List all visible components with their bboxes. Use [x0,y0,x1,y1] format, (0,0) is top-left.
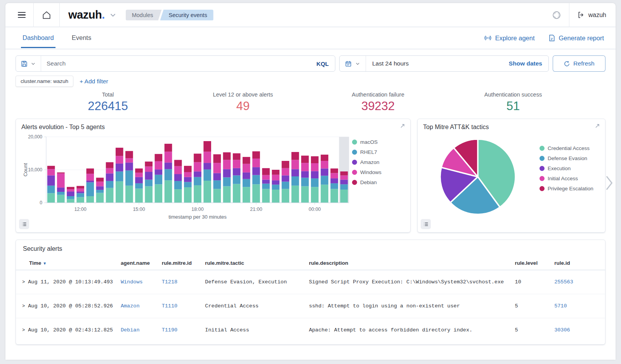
cell-rule-id[interactable]: 5710 [551,294,605,318]
cell-rule-level: 5 [512,318,552,342]
user-label: wazuh [588,12,606,19]
column-header-rule-description[interactable]: rule.description [306,256,512,270]
svg-text:21:00: 21:00 [250,207,262,212]
cell-rule-id-link[interactable]: 255563 [554,279,573,285]
tab-events[interactable]: Events [70,28,93,48]
search-input[interactable] [41,56,310,71]
column-header-rule-mitre-id[interactable]: rule.mitre.id [159,256,202,270]
add-filter-button[interactable]: + Add filter [80,78,108,85]
legend-item[interactable]: Defense Evasion [539,155,593,161]
app-window: wazuh. Modules Security events wazuh Das… [5,3,616,360]
cell-agent-name[interactable]: Amazon [118,294,159,318]
cell-rule-id[interactable]: 30306 [551,318,605,342]
legend-toggle-button[interactable] [19,219,29,229]
legend-item[interactable]: RHEL7 [352,149,382,155]
legend-item[interactable]: Privilege Escalation [539,186,593,191]
cell-agent-name[interactable]: Debian [118,318,159,342]
refresh-button[interactable]: Refresh [553,55,605,72]
table-header-row: Time▼ agent.name rule.mitre.id rule.mitr… [16,256,605,270]
svg-text:18:00: 18:00 [191,207,203,212]
stat-level12: Level 12 or above alerts 49 [175,91,310,113]
calendar-icon [345,60,352,67]
expand-icon[interactable] [594,123,600,129]
bar-chart-wrap: 010,00020,00012:0015:0018:0021:0000:00ti… [21,133,405,221]
logout-button[interactable]: wazuh [575,9,609,21]
cell-rule-level: 5 [512,294,552,318]
cell-rule-id-link[interactable]: 30306 [554,327,570,333]
filter-pill-cluster-name[interactable]: cluster.name: wazuh [16,76,73,87]
breadcrumb-modules[interactable]: Modules [126,10,162,21]
search-box: KQL [16,55,335,72]
table-row[interactable]: >Aug 10, 2020 @ 02:43:12.825DebianT1190I… [16,318,605,342]
tab-bar: Dashboard Events Explore agent Generate … [5,27,616,49]
cell-rule-level: 10 [512,270,552,294]
home-button[interactable] [39,8,54,22]
legend-item[interactable]: Execution [539,166,593,171]
show-dates-button[interactable]: Show dates [503,60,548,67]
expand-icon[interactable] [399,123,406,129]
legend-dot-icon [352,160,357,165]
cell-time: >Aug 10, 2020 @ 02:43:12.825 [16,318,118,342]
alerts-evolution-bar-chart[interactable]: 010,00020,00012:0015:0018:0021:0000:00ti… [21,133,352,221]
cell-rule-mitre-id-link[interactable]: T1110 [162,303,178,309]
cell-time: >Aug 11, 2020 @ 10:13:49.493 [16,270,118,294]
legend-item[interactable]: Windows [352,169,382,175]
health-ring-button[interactable] [550,8,564,22]
cell-rule-id-link[interactable]: 5710 [554,303,567,309]
list-icon [21,221,27,227]
column-header-rule-id[interactable]: rule.id [551,256,605,270]
kql-button[interactable]: KQL [310,56,335,71]
cell-rule-mitre-id[interactable]: T1110 [159,294,202,318]
cell-rule-description: Apache: Attempt to access forbidden dire… [306,318,512,342]
cell-agent-name-link[interactable]: Debian [121,327,140,333]
stat-auth-success: Authentication success 51 [446,91,581,113]
breadcrumb-security-events: Security events [160,10,213,21]
stat-value: 226415 [40,99,175,113]
explore-agent-button[interactable]: Explore agent [484,34,535,42]
bar-chart-legend: macOSRHEL7AmazonWindowsDebian [352,139,382,221]
saved-queries-button[interactable] [16,56,41,71]
legend-item[interactable]: Initial Access [539,176,593,181]
generate-report-button[interactable]: Generate report [548,34,604,42]
report-icon [548,34,556,42]
cell-agent-name[interactable]: Windows [118,270,159,294]
legend-item[interactable]: Amazon [352,159,382,165]
time-value: Aug 10, 2020 @ 02:43:12.825 [28,327,113,333]
wazuh-logo[interactable]: wazuh. [68,9,105,21]
expand-row-chevron-icon[interactable]: > [22,304,25,309]
logo-chevron-down-icon[interactable] [109,11,117,19]
legend-label: Credential Access [548,145,590,151]
legend-dot-icon [352,180,357,185]
legend-item[interactable]: Credential Access [539,145,593,151]
column-header-agent-name[interactable]: agent.name [118,256,159,270]
legend-label: Debian [360,179,377,185]
table-row[interactable]: >Aug 11, 2020 @ 10:13:49.493WindowsT1218… [16,270,605,294]
legend-toggle-button[interactable] [421,219,431,229]
expand-row-chevron-icon[interactable]: > [22,279,25,285]
column-header-rule-mitre-tactic[interactable]: rule.mitre.tactic [202,256,306,270]
pie-chart-legend: Credential AccessDefense EvasionExecutio… [539,145,593,196]
table-row[interactable]: >Aug 10, 2020 @ 05:28:52.926AmazonT1110C… [16,294,605,318]
menu-button[interactable] [16,10,28,21]
cell-time: >Aug 10, 2020 @ 05:28:52.926 [16,294,118,318]
column-header-rule-level[interactable]: rule.level [512,256,552,270]
cell-agent-name-link[interactable]: Windows [121,279,143,285]
cell-rule-id[interactable]: 255563 [551,270,605,294]
cell-rule-mitre-id-link[interactable]: T1218 [162,279,178,285]
cell-rule-mitre-id[interactable]: T1218 [159,270,202,294]
cell-agent-name-link[interactable]: Amazon [121,303,140,309]
cell-rule-mitre-id[interactable]: T1190 [159,318,202,342]
legend-label: RHEL7 [360,149,377,155]
legend-item[interactable]: macOS [352,139,382,145]
mitre-tactics-panel: Top Mitre ATT&K tactics Credential Acces… [417,119,605,233]
cell-rule-mitre-id-link[interactable]: T1190 [162,327,178,333]
time-range-value[interactable]: Last 24 hours [366,60,503,67]
expand-row-chevron-icon[interactable]: > [22,328,25,333]
legend-item[interactable]: Debian [352,179,382,185]
calendar-button[interactable] [340,56,366,71]
tab-dashboard[interactable]: Dashboard [21,28,56,48]
next-panel-chevron[interactable] [603,174,615,191]
mitre-pie-chart[interactable] [438,137,518,217]
column-header-time[interactable]: Time▼ [16,256,118,270]
time-value: Aug 11, 2020 @ 10:13:49.493 [28,279,113,285]
